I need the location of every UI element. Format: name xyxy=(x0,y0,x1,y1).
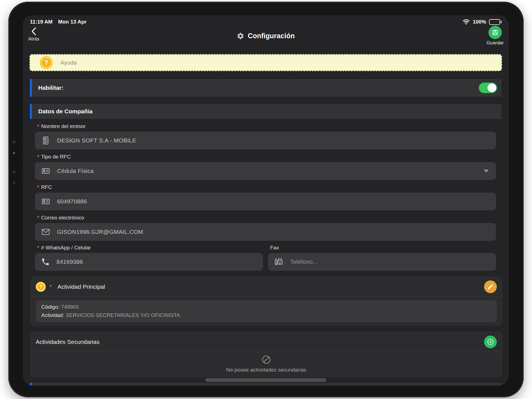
rfc-label: * RFC xyxy=(37,184,495,190)
fax-label: Fax xyxy=(270,245,496,251)
required-marker: * xyxy=(37,184,39,190)
secondary-activities-empty: No posee actividades secundarias xyxy=(31,352,502,377)
company-section-title: Datos de Compañia xyxy=(38,108,93,115)
rfc-input[interactable]: 604970886 xyxy=(35,193,496,210)
app-screen: 11:19 AM Mon 13 Apr 100% xyxy=(23,15,509,386)
main-activity-card: ? * Actividad Principal Código:749903 xyxy=(30,277,502,326)
wifi-icon xyxy=(462,19,470,25)
ban-icon xyxy=(261,355,271,365)
required-marker: * xyxy=(37,215,39,221)
activity-value: SERVICIOS SECRETARIALES Y/O OFICINISTA xyxy=(66,312,180,318)
activity-code-line: Código:749903 xyxy=(41,303,491,311)
sensor-indicator xyxy=(13,152,15,154)
enable-row: Habilitar: xyxy=(30,79,502,97)
add-activity-button[interactable] xyxy=(484,336,497,348)
required-marker: * xyxy=(37,245,39,251)
enable-toggle[interactable] xyxy=(479,83,497,93)
document-icon xyxy=(41,136,50,145)
navigation-bar: Atrás Configuración Guar xyxy=(23,26,509,50)
save-button[interactable]: Guardar xyxy=(487,26,504,46)
scroll-indicator[interactable] xyxy=(205,378,326,382)
envelope-icon xyxy=(41,227,50,237)
page-title: Configuración xyxy=(23,32,509,40)
tablet-frame: 11:19 AM Mon 13 Apr 100% xyxy=(8,2,524,397)
chevron-down-icon xyxy=(484,170,489,173)
question-circle-icon: ? xyxy=(40,56,53,69)
whatsapp-label: * # WhatsApp / Celular xyxy=(37,245,263,251)
emitter-name-label: * Nombre del emisor xyxy=(37,123,495,129)
status-date: Mon 13 Apr xyxy=(58,19,87,25)
plus-circle-icon xyxy=(486,338,495,346)
sensor-dot xyxy=(12,170,16,173)
empty-message: No posee actividades secundarias xyxy=(226,367,306,373)
fax-placeholder: Teléfono... xyxy=(290,259,318,265)
secondary-activities-card: Actividades Secundarias xyxy=(30,332,502,377)
whatsapp-input[interactable]: 84169386 xyxy=(35,253,263,271)
whatsapp-value: 84169386 xyxy=(57,259,83,265)
help-banner[interactable]: ? Ayuda xyxy=(29,54,502,71)
activity-name-line: Actividad:SERVICIOS SECRETARIALES Y/O OF… xyxy=(41,311,491,319)
emitter-name-value: DESIGN SOFT S.A - MOBILE xyxy=(57,137,136,144)
fax-icon xyxy=(274,257,283,267)
required-marker: * xyxy=(50,284,52,290)
save-label: Guardar xyxy=(487,40,504,46)
phone-icon xyxy=(41,257,50,266)
battery-percent: 100% xyxy=(473,19,486,25)
code-label: Código: xyxy=(41,304,60,310)
code-value: 749903 xyxy=(61,304,79,310)
enable-label: Habilitar: xyxy=(38,85,63,91)
secondary-activities-title: Actividades Secundarias xyxy=(36,339,99,345)
rfc-type-select[interactable]: Cédula Física xyxy=(35,162,496,180)
id-card-icon xyxy=(41,166,50,176)
email-value: GISON1996.GJR@GMAIL.COM xyxy=(57,229,143,235)
email-input[interactable]: GISON1996.GJR@GMAIL.COM xyxy=(35,223,496,241)
next-section-header-partial xyxy=(30,383,502,386)
question-circle-icon[interactable]: ? xyxy=(36,282,46,292)
gear-icon xyxy=(237,32,244,40)
emitter-name-input[interactable]: DESIGN SOFT S.A - MOBILE xyxy=(35,132,496,149)
sensor-dot xyxy=(13,181,16,184)
secondary-activities-header: Actividades Secundarias xyxy=(31,332,502,352)
main-activity-header: ? * Actividad Principal xyxy=(31,277,502,296)
rfc-type-label: * Tipo de RFC xyxy=(37,154,495,160)
id-card-icon xyxy=(41,197,50,206)
activity-label: Actividad: xyxy=(41,312,64,318)
status-bar: 11:19 AM Mon 13 Apr 100% xyxy=(30,18,502,26)
rfc-type-value: Cédula Física xyxy=(57,168,94,174)
floppy-disk-icon xyxy=(488,26,502,39)
required-marker: * xyxy=(37,123,39,129)
main-activity-title: Actividad Principal xyxy=(57,283,105,290)
page-title-text: Configuración xyxy=(248,32,295,40)
battery-icon xyxy=(489,19,502,25)
company-section-header: Datos de Compañia xyxy=(30,104,502,119)
edit-activity-button[interactable] xyxy=(484,280,497,293)
pencil-icon xyxy=(487,283,494,290)
main-activity-info: Código:749903 Actividad:SERVICIOS SECRET… xyxy=(36,300,497,322)
rfc-value: 604970886 xyxy=(57,198,87,205)
email-label: * Correo electrónico xyxy=(37,215,495,221)
front-camera xyxy=(12,140,16,144)
fax-input[interactable]: Teléfono... xyxy=(268,253,496,271)
required-marker: * xyxy=(37,154,39,160)
status-time: 11:19 AM xyxy=(30,19,53,25)
help-banner-label: Ayuda xyxy=(60,59,77,66)
